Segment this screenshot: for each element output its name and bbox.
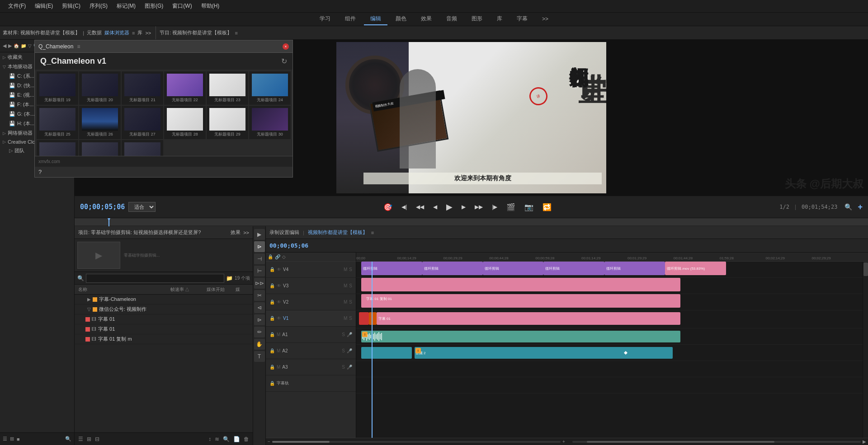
project-item[interactable]: ▽ 微信公众号: 视频制作 (75, 304, 253, 314)
track-solo[interactable]: S (349, 267, 352, 272)
link-btn[interactable]: 🔗 (275, 254, 280, 259)
track-eye-icon[interactable]: 👁 (277, 267, 281, 272)
project-item[interactable]: ▶ 字幕-Chameleon (75, 295, 253, 304)
rewind-btn[interactable]: ◀◀ (413, 203, 427, 211)
panel-more[interactable]: >> (145, 30, 151, 36)
track-mic-icon[interactable]: 🎤 (347, 365, 352, 370)
mark-in-btn[interactable]: 🎯 (381, 202, 395, 212)
add-track-btn[interactable]: + (858, 202, 863, 212)
project-item[interactable]: 🎞 字幕 01 (75, 314, 253, 324)
list-item[interactable]: 无标题项目 26 (79, 106, 121, 139)
rolling-edit-tool[interactable]: ⊢ (254, 266, 265, 276)
list-item[interactable]: 无标题项目 28 (164, 106, 206, 139)
automate-btn[interactable]: ≋ (215, 436, 219, 442)
tab-captions[interactable]: 字幕 (510, 13, 534, 25)
tab-library[interactable]: 库 (491, 13, 509, 25)
track-lock-icon[interactable]: 🔒 (269, 332, 275, 337)
razor-tool[interactable]: ✂ (254, 290, 265, 301)
track-lock-icon[interactable]: 🔒 (269, 300, 275, 304)
rate-stretch-tool[interactable]: ⊳⊳ (254, 278, 265, 289)
fast-fwd-btn[interactable]: ▶▶ (472, 203, 486, 211)
list-item[interactable]: 无标题项目 23 (207, 71, 248, 105)
track-mute-icon[interactable]: M (277, 332, 280, 337)
tab-components[interactable]: 组件 (339, 13, 362, 25)
play-btn[interactable]: ▶ (443, 201, 455, 213)
new-bin-icon[interactable]: 📁 (226, 275, 233, 281)
effects-tab[interactable]: 效果 (231, 229, 241, 236)
track-solo[interactable]: S (349, 283, 352, 288)
timeline-zoom-out[interactable]: − (268, 439, 270, 444)
type-tool[interactable]: T (254, 351, 265, 362)
menu-help[interactable]: 帮助(H) (197, 2, 224, 10)
tab-color[interactable]: 颜色 (389, 13, 413, 25)
track-lock-icon[interactable]: 🔒 (269, 316, 275, 321)
plugin-refresh-icon[interactable]: ↻ (281, 57, 287, 66)
tab-more[interactable]: >> (536, 14, 555, 25)
step-back-frame-btn[interactable]: ◀ (430, 203, 440, 211)
loop-btn[interactable]: 🔁 (540, 202, 554, 212)
back-btn[interactable]: ◀ (3, 43, 6, 49)
fit-dropdown[interactable]: 适合 (128, 202, 156, 212)
list-item[interactable]: 无标题项目 33 (122, 140, 163, 156)
track-toggle[interactable]: M (344, 267, 347, 272)
menu-graphics[interactable]: 图形(G) (140, 2, 168, 10)
scroll-right-btn[interactable]: ▶ (863, 439, 866, 444)
track-solo[interactable]: S (349, 300, 352, 304)
new-item-btn[interactable]: 📄 (233, 436, 240, 442)
menu-edit[interactable]: 编辑(E) (30, 2, 57, 10)
ripple-edit-tool[interactable]: ⊣ (254, 253, 265, 264)
track-lock-icon[interactable]: 🔒 (269, 348, 275, 353)
browser-search-icon[interactable]: 🔍 (65, 436, 71, 442)
video-clip[interactable]: 循环剪辑 (604, 262, 665, 275)
metadata-tab[interactable]: 元数据 (87, 29, 102, 36)
track-solo[interactable]: S (342, 332, 345, 337)
list-item[interactable]: 无标题项目 29 (207, 106, 248, 139)
home-btn[interactable]: 🏠 (14, 43, 19, 48)
view-grid-btn[interactable]: ⊞ (10, 436, 14, 442)
timeline-zoom-in[interactable]: + (562, 439, 565, 444)
track-toggle[interactable]: M (344, 316, 347, 321)
pen-tool[interactable]: ✏ (254, 327, 265, 337)
track-eye-icon[interactable]: 👁 (277, 300, 281, 304)
export-frame-btn[interactable]: 📷 (522, 202, 536, 212)
folder-btn[interactable]: 📁 (21, 43, 26, 48)
video-clip[interactable] (361, 278, 680, 291)
menu-clip[interactable]: 剪辑(C) (57, 2, 85, 10)
zoom-in-btn[interactable]: 🔍 (844, 203, 852, 211)
step-fwd-btn[interactable]: |▶ (489, 203, 500, 211)
view-list-btn[interactable]: ☰ (3, 436, 7, 442)
track-lock-icon[interactable]: 🔒 (269, 365, 275, 370)
marker-btn[interactable]: ◇ (282, 254, 286, 259)
list-item[interactable]: 无标题项目 27 (122, 106, 163, 139)
list-view-btn[interactable]: ☰ (78, 436, 83, 442)
library-tab[interactable]: 库 (137, 29, 142, 36)
panel-more-btn[interactable]: >> (243, 230, 249, 235)
video-clip[interactable]: 循环剪辑.mov (53.83%) (665, 262, 726, 275)
video-clip[interactable]: 循环剪辑 (483, 262, 543, 275)
track-lock-icon[interactable]: 🔒 (269, 381, 275, 386)
track-mute-icon[interactable]: M (277, 348, 280, 353)
menu-window[interactable]: 窗口(W) (168, 2, 196, 10)
video-clip[interactable]: 循环剪辑 (543, 262, 604, 275)
track-eye-icon[interactable]: 👁 (277, 316, 281, 321)
track-mic-icon[interactable]: 🎤 (347, 348, 352, 353)
track-mute-icon[interactable]: M (277, 365, 280, 370)
video-clip[interactable]: 循环剪辑 (361, 262, 422, 275)
step-fwd-frame-btn[interactable]: ▶ (459, 203, 468, 211)
filter-btn[interactable]: ▽ (28, 43, 32, 48)
metadata-label[interactable]: | (83, 30, 84, 36)
track-lock-icon[interactable]: 🔒 (269, 283, 275, 288)
list-item[interactable]: 无标题项目 32 (79, 140, 121, 156)
slip-tool[interactable]: ⊲ (254, 302, 265, 313)
list-item[interactable]: 无标题项目 22 (164, 71, 206, 105)
freeform-view-btn[interactable]: ⊟ (95, 436, 99, 442)
hand-tool[interactable]: ✋ (254, 339, 265, 350)
media-browser-tab[interactable]: 媒体浏览器 (104, 29, 129, 36)
video-clip[interactable]: 字幕 01 (377, 312, 680, 325)
mark-out-btn[interactable]: 🎬 (504, 202, 518, 212)
tab-effects[interactable]: 效果 (415, 13, 438, 25)
tab-graphics[interactable]: 图形 (465, 13, 489, 25)
tab-learn[interactable]: 学习 (313, 13, 337, 25)
menu-sequence[interactable]: 序列(S) (85, 2, 112, 10)
list-item[interactable]: 无标题项目 24 (249, 71, 291, 105)
